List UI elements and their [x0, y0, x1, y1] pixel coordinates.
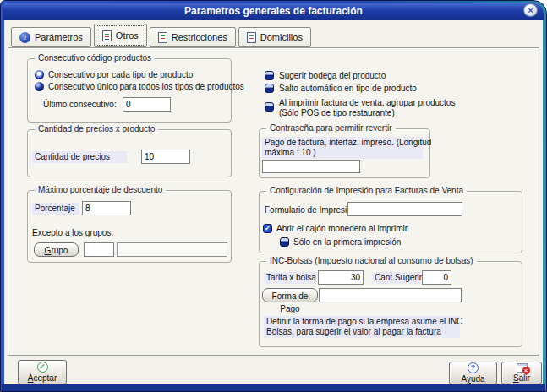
dialog-window: Parametros generales de facturación × i … — [0, 0, 547, 392]
group-legend: INC-Bolsas (Impuesto nacional al consumo… — [266, 256, 477, 265]
tab-label: Parámetros — [35, 32, 83, 42]
checkbox-label-line: Al imprimir factura de venta, agrupar pr… — [279, 98, 455, 108]
porcentaje-label: Porcentaje — [32, 203, 79, 215]
group-consecutivo: Consecutivo código productos Consecutivo… — [27, 58, 232, 122]
grupo-codigo-input[interactable] — [84, 242, 114, 257]
contrasena-desc-line: Pago de factura, interfaz, impreso. (Lon… — [265, 138, 420, 148]
exit-window-icon: × — [517, 363, 528, 373]
checkbox-label-line: (Sólo POS de tipo restaurante) — [279, 108, 455, 118]
porcentaje-input[interactable] — [82, 201, 131, 215]
doc-icon-line — [105, 34, 109, 35]
contrasena-desc-line: máxima : 10 ) — [265, 148, 420, 158]
doc-icon-line — [161, 38, 165, 39]
group-legend: Configuración de Impresión para Facturas… — [266, 186, 467, 195]
cantidad-precios-input[interactable] — [141, 150, 190, 164]
window-title: Parametros generales de facturación — [3, 3, 544, 20]
checkbox-label: Al imprimir factura de venta, agrupar pr… — [279, 98, 455, 118]
help-circle-icon: ? — [468, 362, 479, 373]
forma-de-pago-button[interactable]: Forma de Pago — [262, 288, 318, 302]
exit-icon-titlebar — [517, 364, 527, 366]
contrasena-input[interactable] — [262, 160, 360, 173]
tarifa-bolsa-label: Tarifa x bolsa — [264, 272, 316, 284]
ultimo-consecutivo-input[interactable] — [123, 97, 171, 112]
checkbox-salto-automatico[interactable] — [265, 84, 274, 93]
salir-label: Salir — [513, 373, 530, 383]
checkbox-solo-primera[interactable] — [280, 237, 289, 247]
group-impresion: Configuración de Impresión para Facturas… — [259, 191, 522, 253]
aceptar-label: Aceptar — [28, 373, 57, 383]
doc-icon-line — [249, 38, 254, 39]
checkbox-label: Sólo en la primera impresión — [293, 237, 401, 248]
help-line: Definir la forma de pago si la empresa a… — [266, 317, 457, 327]
aceptar-button[interactable]: ✓ Aceptar — [18, 360, 67, 384]
checkbox-label: Salto automático en tipo de producto — [279, 84, 417, 94]
doc-icon — [247, 32, 256, 43]
group-inc-bolsas: INC-Bolsas (Impuesto nacional al consumo… — [259, 261, 522, 347]
tab-label: Domicilios — [260, 32, 303, 42]
group-cantidad-precios: Cantidad de precios x producto Cantidad … — [27, 129, 232, 177]
tab-label: Restricciones — [172, 32, 227, 42]
formulario-impresion-label: Formulario de Impresión: — [265, 205, 358, 215]
radio-consecutivo-por-tipo[interactable] — [35, 70, 44, 79]
tab-label: Otros — [116, 30, 139, 41]
group-legend: Cantidad de precios x producto — [35, 124, 158, 133]
tab-domicilios[interactable]: Domicilios — [238, 27, 311, 47]
checkbox-label: Sugerir bodega del producto — [279, 71, 386, 81]
window-bottom-frame — [2, 384, 545, 391]
doc-icon — [158, 32, 167, 43]
group-descuento: Máximo porcentaje de descuento Porcentaj… — [27, 190, 232, 263]
cant-sugerir-input[interactable] — [422, 270, 451, 285]
checkbox-abrir-cajon[interactable]: ✓ — [263, 224, 272, 233]
doc-icon-line — [161, 35, 165, 36]
doc-icon — [102, 30, 112, 41]
radio-label: Consecutivo por cada tipo de producto — [48, 70, 193, 80]
tab-restricciones[interactable]: Restricciones — [150, 27, 236, 47]
check-icon: ✓ — [265, 224, 271, 232]
ayuda-label: Ayuda — [461, 374, 484, 384]
forma-de-pago-input[interactable] — [319, 288, 462, 302]
checkbox-sugerir-bodega[interactable] — [265, 71, 274, 80]
tarifa-bolsa-input[interactable] — [318, 270, 364, 285]
ultimo-consecutivo-label: Último consecutivo: — [43, 100, 117, 110]
inc-bolsas-help-text: Definir la forma de pago si la empresa a… — [264, 316, 460, 338]
cantidad-precios-label: Cantidad de precios — [32, 151, 127, 163]
grupo-button[interactable]: Grupo — [34, 242, 79, 257]
cant-sugerir-label: Cant.Sugerir — [372, 272, 421, 284]
doc-icon-line — [249, 41, 254, 41]
help-line: Bolsas, para sugerir el valor al pagar l… — [266, 327, 457, 337]
doc-icon-line — [161, 41, 165, 41]
excepto-grupos-label: Excepto a los grupos: — [32, 228, 113, 238]
group-legend: Máximo porcentaje de descuento — [35, 185, 166, 194]
tab-parametros[interactable]: i Parámetros — [11, 27, 91, 47]
checkbox-agrupar-productos[interactable] — [265, 102, 274, 112]
check-circle-icon: ✓ — [37, 362, 48, 373]
salir-button[interactable]: × Salir — [501, 362, 542, 384]
radio-label: Consecutivo único para todos los tipos d… — [48, 82, 244, 92]
dialog-content: i Parámetros Otros Restricciones Domicil… — [4, 20, 543, 386]
formulario-impresion-input[interactable] — [347, 202, 462, 216]
radio-consecutivo-unico[interactable] — [35, 82, 44, 91]
doc-icon-line — [105, 36, 109, 37]
doc-icon-line — [249, 35, 254, 36]
contrasena-descripcion: Pago de factura, interfaz, impreso. (Lon… — [262, 137, 423, 159]
group-contrasena: Contraseña para permitir revertir Pago d… — [259, 128, 430, 178]
close-button[interactable]: × — [523, 3, 538, 17]
tab-bar: i Parámetros Otros Restricciones Domicil… — [11, 24, 311, 47]
group-legend: Contraseña para permitir revertir — [266, 123, 396, 133]
tab-otros[interactable]: Otros — [94, 24, 147, 47]
info-icon: i — [19, 32, 30, 43]
title-bar: Parametros generales de facturación — [3, 3, 544, 20]
forma-de-pago-label: Forma de Pago — [272, 291, 309, 313]
grupo-button-label: rupo — [51, 246, 68, 255]
grupo-nombre-field — [117, 242, 227, 257]
close-icon: × — [528, 5, 533, 15]
checkbox-label: Abrir el cajón monedero al imprimir — [276, 224, 408, 234]
tab-page-otros: Consecutivo código productos Consecutivo… — [8, 47, 539, 356]
exit-icon-close-badge: × — [522, 367, 530, 374]
doc-icon-line — [105, 39, 109, 40]
ayuda-button[interactable]: ? Ayuda — [449, 362, 497, 384]
group-legend: Consecutivo código productos — [35, 53, 155, 63]
